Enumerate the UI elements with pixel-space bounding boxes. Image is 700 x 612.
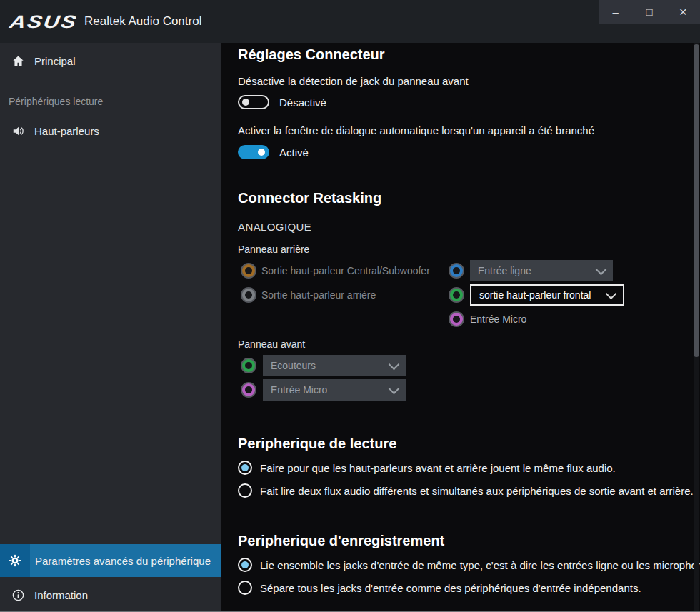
sidebar-section-peripheriques-lecture: Périphériques lecture — [9, 96, 103, 107]
gear-icon — [0, 544, 30, 577]
dropdown-value: sortie haut-parleur frontal — [479, 289, 591, 301]
auto-popup-dialog-toggle[interactable] — [238, 145, 269, 159]
rear-panel-rows: Sortie haut-parleur Central/Subwoofer En… — [238, 260, 699, 333]
jack-row-front-speaker: Sortie haut-parleur arrière sortie haut-… — [238, 284, 699, 306]
sidebar-item-label: Information — [34, 589, 88, 601]
rear-panel-label: Panneau arrière — [238, 244, 309, 255]
mic-in-jack-icon — [449, 311, 464, 327]
sidebar-item-label: Paramètres avancés du périphérique — [35, 555, 211, 567]
recording-option-tie-jacks[interactable]: Lie ensemble les jacks d'entrée de même … — [238, 557, 700, 573]
headphone-jack-icon — [241, 358, 256, 373]
radio-label: Fait lire deux flux audio différents et … — [260, 485, 694, 497]
radio-icon[interactable] — [238, 558, 252, 572]
auto-popup-dialog-toggle-row: Activé — [238, 144, 309, 160]
dropdown-value: Entrée ligne — [478, 265, 531, 276]
headphone-retask-dropdown[interactable]: Ecouteurs — [263, 355, 406, 376]
scrollbar[interactable] — [694, 43, 699, 612]
sidebar-item-haut-parleurs[interactable]: Haut-parleurs — [0, 119, 221, 143]
sidebar-item-advanced-settings[interactable]: Paramètres avancés du périphérique — [0, 544, 221, 577]
radio-label: Faire pour que les haut-parleurs avant e… — [260, 462, 616, 474]
chevron-down-icon — [606, 288, 617, 299]
maximize-icon: □ — [646, 6, 652, 17]
jack-row-front-mic: Entrée Micro — [238, 379, 666, 401]
app-title: Realtek Audio Control — [84, 14, 201, 29]
radio-icon[interactable] — [238, 483, 252, 498]
toggle-state-label: Activé — [279, 146, 309, 159]
playback-option-different-streams[interactable]: Fait lire deux flux audio différents et … — [238, 483, 694, 498]
toggle-knob — [242, 99, 249, 106]
line-in-jack-icon — [449, 263, 464, 279]
dropdown-value: Ecouteurs — [271, 360, 316, 371]
jack-row-mic-in: Entrée Micro — [238, 308, 699, 330]
playback-option-same-stream[interactable]: Faire pour que les haut-parleurs avant e… — [238, 460, 616, 476]
jack-row-headphone: Ecouteurs — [238, 355, 666, 376]
mic-in-label: Entrée Micro — [470, 313, 526, 325]
chevron-down-icon — [389, 383, 400, 394]
window-controls: – □ × — [599, 0, 700, 24]
home-icon — [11, 54, 25, 68]
info-icon — [11, 588, 25, 603]
dropdown-value: Entrée Micro — [271, 384, 327, 396]
heading-peripherique-lecture: Peripherique de lecture — [238, 436, 396, 452]
sidebar-item-principal[interactable]: Principal — [0, 49, 221, 73]
front-panel-label: Panneau avant — [238, 338, 305, 350]
front-speaker-retask-dropdown[interactable]: sortie haut-parleur frontal — [470, 284, 624, 306]
titlebar: ASUS Realtek Audio Control – □ × — [0, 0, 700, 43]
front-mic-jack-icon — [241, 382, 256, 398]
minimize-icon: – — [612, 6, 618, 17]
scrollbar-thumb[interactable] — [694, 44, 699, 357]
chevron-down-icon — [389, 358, 400, 370]
speaker-icon — [11, 124, 25, 138]
toggle-knob — [258, 149, 265, 156]
heading-connector-retasking: Connector Retasking — [238, 190, 381, 206]
chevron-down-icon — [596, 264, 607, 275]
jack-row-line-in: Sortie haut-parleur Central/Subwoofer En… — [238, 260, 699, 281]
radio-label: Sépare tous les jacks d'entrée comme des… — [260, 582, 641, 594]
sidebar-item-label: Principal — [34, 55, 76, 67]
asus-logo: ASUS — [10, 11, 81, 32]
heading-reglages-connecteur: Réglages Connecteur — [238, 46, 385, 63]
front-jack-detection-label: Désactive la détection de jack du pannea… — [238, 75, 469, 87]
fixed-jack-label: Sortie haut-parleur arrière — [261, 289, 376, 301]
front-jack-detection-toggle-row: Désactivé — [238, 94, 326, 110]
front-speaker-jack-icon — [449, 287, 464, 303]
close-button[interactable]: × — [666, 0, 700, 24]
front-mic-retask-dropdown[interactable]: Entrée Micro — [263, 379, 406, 401]
auto-popup-dialog-label: Activer la fenêtre de dialogue automatiq… — [238, 124, 594, 136]
toggle-state-label: Désactivé — [279, 96, 326, 109]
front-jack-detection-toggle[interactable] — [238, 95, 269, 109]
close-icon: × — [679, 5, 687, 19]
main-content: Réglages Connecteur Désactive la détecti… — [221, 43, 700, 612]
sidebar-item-label: Haut-parleurs — [34, 125, 99, 137]
analog-group-label: ANALOGIQUE — [238, 221, 311, 233]
recording-option-separate-jacks[interactable]: Sépare tous les jacks d'entrée comme des… — [238, 580, 641, 596]
radio-label: Lie ensemble les jacks d'entrée de même … — [260, 559, 700, 571]
minimize-button[interactable]: – — [599, 0, 632, 24]
fixed-jack-label: Sortie haut-parleur Central/Subwoofer — [261, 265, 430, 276]
rear-speaker-jack-icon — [241, 287, 256, 303]
sidebar: Principal Périphériques lecture Haut-par… — [0, 43, 221, 612]
front-panel-rows: Ecouteurs Entrée Micro — [238, 355, 666, 403]
heading-peripherique-enregistrement: Peripherique d'enregistrement — [238, 533, 444, 549]
center-subwoofer-jack-icon — [241, 263, 256, 279]
sidebar-item-information[interactable]: Information — [0, 578, 221, 612]
maximize-button[interactable]: □ — [632, 0, 666, 24]
radio-icon[interactable] — [238, 581, 252, 595]
radio-icon[interactable] — [238, 461, 252, 475]
asus-logo-text: ASUS — [8, 11, 79, 32]
line-in-retask-dropdown[interactable]: Entrée ligne — [470, 260, 613, 281]
